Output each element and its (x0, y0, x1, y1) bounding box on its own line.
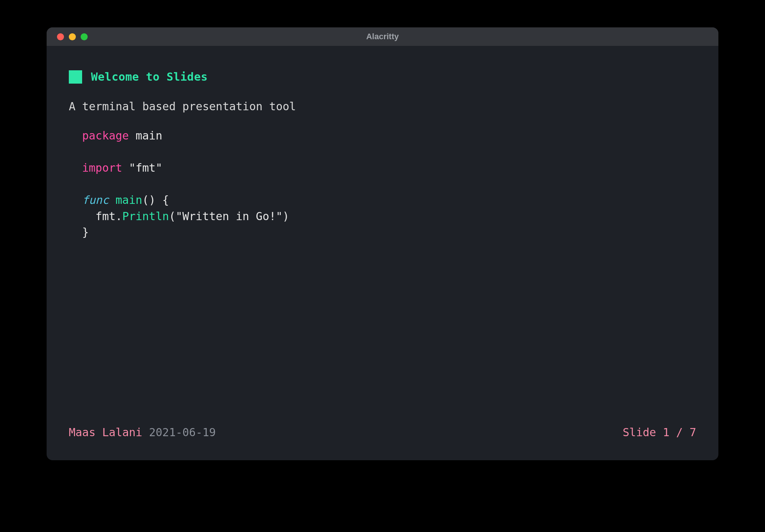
slide-subtitle: A terminal based presentation tool (69, 98, 696, 115)
code-block: package main import "fmt" func main() { … (69, 128, 696, 240)
terminal-content[interactable]: Welcome to Slides A terminal based prese… (47, 46, 718, 460)
window-title: Alacritty (366, 32, 399, 41)
titlebar[interactable]: Alacritty (47, 27, 718, 46)
minimize-icon[interactable] (69, 33, 76, 40)
code-keyword: import (82, 161, 122, 174)
code-function: main (109, 193, 142, 206)
code-text: () { (142, 193, 169, 206)
footer-slide-counter: Slide 1 / 7 (623, 424, 696, 441)
code-text: ( (169, 210, 176, 223)
slide-footer: Maas Lalani 2021-06-19 Slide 1 / 7 (69, 424, 696, 441)
footer-date: 2021-06-19 (149, 426, 216, 439)
slide-heading-row: Welcome to Slides (69, 69, 696, 85)
zoom-icon[interactable] (81, 33, 88, 40)
code-keyword: package (82, 129, 129, 142)
code-keyword: func (82, 193, 109, 206)
slide-heading: Welcome to Slides (91, 69, 208, 85)
footer-left: Maas Lalani 2021-06-19 (69, 424, 216, 441)
traffic-lights (57, 33, 88, 40)
heading-block-icon (69, 70, 82, 84)
terminal-window: Alacritty Welcome to Slides A terminal b… (47, 27, 718, 460)
code-text: ) (283, 210, 289, 223)
code-string: "Written in Go!" (176, 210, 283, 223)
code-text: fmt. (82, 210, 122, 223)
close-icon[interactable] (57, 33, 64, 40)
code-text: "fmt" (122, 161, 162, 174)
footer-author: Maas Lalani (69, 426, 142, 439)
code-function: Println (122, 210, 169, 223)
code-text: main (129, 129, 162, 142)
code-text: } (82, 226, 89, 239)
